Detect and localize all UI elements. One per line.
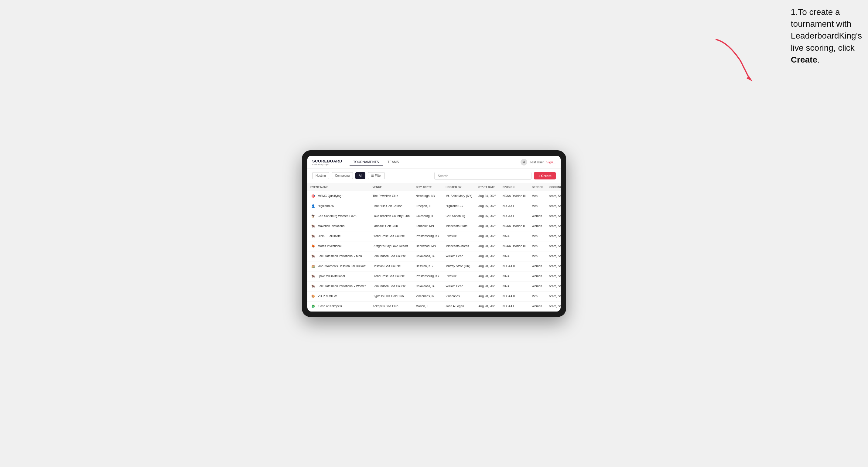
cell-scoring-2: team, Stroke Play [546,211,561,221]
cell-venue-7: Hesston Golf Course [369,261,412,271]
cell-city-5: Deerwood, MN [413,241,442,251]
cell-division-4: NAIA [499,231,528,241]
cell-scoring-9: team, Stroke Play [546,281,561,291]
cell-hosted-3: Minnesota State [442,221,475,231]
search-input[interactable] [434,172,531,180]
cell-venue-0: The Powelton Club [369,191,412,201]
col-gender: GENDER [529,183,547,191]
cell-division-1: NJCAA I [499,201,528,211]
cell-city-1: Freeport, IL [413,201,442,211]
cell-date-7: Aug 28, 2023 [475,261,500,271]
cell-hosted-8: Pikeville [442,271,475,281]
cell-scoring-8: team, Stroke Play [546,271,561,281]
cell-date-8: Aug 28, 2023 [475,271,500,281]
col-event-name: EVENT NAME [307,183,369,191]
nav-right: ⚙ Test User Sign... [521,159,556,165]
cell-hosted-0: Mt. Saint Mary (NY) [442,191,475,201]
cell-event-name-0: 🎯 MSMC Qualifying 1 [307,191,369,201]
arrow-annotation [710,36,756,85]
cell-gender-8: Women [529,271,547,281]
cell-division-3: NCAA Division II [499,221,528,231]
team-icon-4: 🐂 [310,234,316,239]
competing-filter-btn[interactable]: Competing [332,172,353,179]
table-header-row: EVENT NAME VENUE CITY, STATE HOSTED BY S… [307,183,561,191]
cell-scoring-3: team, Stroke Play [546,221,561,231]
team-icon-1: 👤 [310,204,316,209]
tab-teams[interactable]: TEAMS [384,158,403,166]
table-row: 🐂 UPIKE Fall Invite StoneCrest Golf Cour… [307,231,561,241]
cell-hosted-5: Minnesota-Morris [442,241,475,251]
nav-bar: SCOREBOARD Powered by Clippr TOURNAMENTS… [307,156,561,169]
table-row: 🐂 Fall Statesmen Invitational - Men Edmu… [307,251,561,261]
cell-gender-6: Men [529,251,547,261]
nav-tabs: TOURNAMENTS TEAMS [349,158,403,166]
cell-gender-9: Women [529,281,547,291]
table-row: 🦅 Carl Sandburg Women FA23 Lake Bracken … [307,211,561,221]
cell-event-name-10: 🎨 VU PREVIEW [307,291,369,301]
event-name-text-10: VU PREVIEW [318,294,337,298]
event-name-text-0: MSMC Qualifying 1 [318,194,344,198]
cell-city-3: Faribault, MN [413,221,442,231]
cell-city-8: Prestonsburg, KY [413,271,442,281]
event-name-text-9: Fall Statesmen Invitational - Women [318,284,366,288]
sign-out-link[interactable]: Sign... [546,160,556,164]
team-icon-8: 🐂 [310,274,316,279]
team-icon-2: 🦅 [310,214,316,219]
cell-division-6: NAIA [499,251,528,261]
logo-area: SCOREBOARD Powered by Clippr [312,159,342,165]
table-row: 🐉 Klash at Kokopelli Kokopelli Golf Club… [307,301,561,311]
event-name-text-7: 2023 Women's Hesston Fall Kickoff [318,264,365,268]
team-icon-0: 🎯 [310,193,316,199]
cell-gender-3: Women [529,221,547,231]
cell-event-name-2: 🦅 Carl Sandburg Women FA23 [307,211,369,221]
hosting-filter-btn[interactable]: Hosting [312,172,329,179]
col-hosted-by: HOSTED BY [442,183,475,191]
cell-scoring-7: team, Stroke Play [546,261,561,271]
cell-date-6: Aug 28, 2023 [475,251,500,261]
cell-event-name-7: 🏫 2023 Women's Hesston Fall Kickoff [307,261,369,271]
cell-scoring-4: team, Stroke Play [546,231,561,241]
tab-tournaments[interactable]: TOURNAMENTS [349,158,383,166]
cell-gender-11: Women [529,301,547,311]
cell-division-7: NJCAA II [499,261,528,271]
team-icon-6: 🐂 [310,253,316,259]
cell-gender-1: Men [529,201,547,211]
cell-city-9: Oskaloosa, IA [413,281,442,291]
event-name-text-1: Highland 36 [318,204,334,208]
cell-division-5: NCAA Division III [499,241,528,251]
table-row: 🦊 Morris Invitational Ruttger's Bay Lake… [307,241,561,251]
event-name-text-2: Carl Sandburg Women FA23 [318,214,356,218]
cell-division-0: NCAA Division III [499,191,528,201]
table-row: 🐂 Fall Statesmen Invitational - Women Ed… [307,281,561,291]
cell-gender-7: Women [529,261,547,271]
cell-division-9: NAIA [499,281,528,291]
team-icon-7: 🏫 [310,263,316,269]
cell-venue-2: Lake Bracken Country Club [369,211,412,221]
all-filter-btn[interactable]: All [355,172,365,179]
table-row: 🏫 2023 Women's Hesston Fall Kickoff Hess… [307,261,561,271]
filter-options-btn[interactable]: ☰ Filter [368,172,385,179]
cell-city-2: Galesburg, IL [413,211,442,221]
toolbar: Hosting Competing All ☰ Filter + Create [307,169,561,183]
cell-division-10: NJCAA II [499,291,528,301]
tablet-frame: SCOREBOARD Powered by Clippr TOURNAMENTS… [302,150,566,317]
cell-date-2: Aug 26, 2023 [475,211,500,221]
cell-gender-5: Men [529,241,547,251]
cell-venue-9: Edmundson Golf Course [369,281,412,291]
cell-hosted-6: William Penn [442,251,475,261]
team-icon-3: 🐂 [310,223,316,229]
cell-date-9: Aug 28, 2023 [475,281,500,291]
tablet-screen: SCOREBOARD Powered by Clippr TOURNAMENTS… [307,156,561,312]
cell-city-10: Vincennes, IN [413,291,442,301]
cell-date-5: Aug 28, 2023 [475,241,500,251]
table-row: 🐂 upike fall invitational StoneCrest Gol… [307,271,561,281]
cell-scoring-10: team, Stroke Play [546,291,561,301]
cell-scoring-6: team, Stroke Play [546,251,561,261]
cell-event-name-5: 🦊 Morris Invitational [307,241,369,251]
team-icon-11: 🐉 [310,304,316,309]
events-table-container: EVENT NAME VENUE CITY, STATE HOSTED BY S… [307,183,561,312]
create-button[interactable]: + Create [534,172,556,180]
settings-icon[interactable]: ⚙ [521,159,527,165]
cell-hosted-2: Carl Sandburg [442,211,475,221]
cell-scoring-5: team, Stroke Play [546,241,561,251]
